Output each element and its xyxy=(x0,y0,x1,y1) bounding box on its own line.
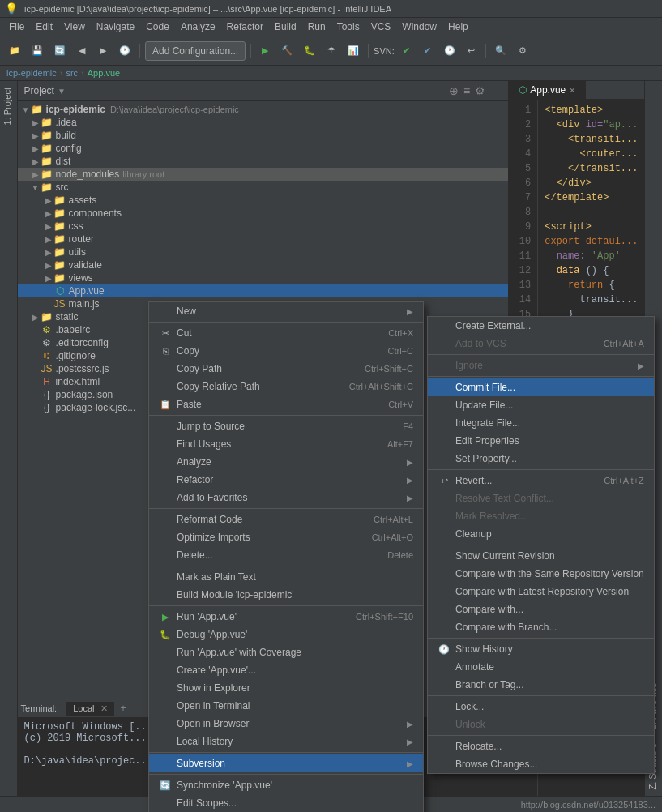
terminal-add-button[interactable]: + xyxy=(117,701,130,716)
terminal-tab-close[interactable]: ✕ xyxy=(100,703,108,713)
ctx-item-cut[interactable]: ✂ Cut Ctrl+X xyxy=(149,324,423,342)
tree-item-dist[interactable]: ▶ 📁 dist xyxy=(18,155,509,168)
svn-cleanup[interactable]: Cleanup xyxy=(428,525,654,543)
tree-item-src[interactable]: ▼ 📁 src xyxy=(18,181,509,194)
ctx-item-paste[interactable]: 📋 Paste Ctrl+V xyxy=(149,395,423,413)
svn-revert[interactable]: ↩Revert... Ctrl+Alt+Z xyxy=(428,472,654,489)
coverage-button[interactable]: ☂ xyxy=(322,42,340,60)
menu-refactor[interactable]: Refactor xyxy=(221,19,269,35)
project-settings-icon[interactable]: ⚙ xyxy=(475,84,485,97)
ctx-item-create[interactable]: Create 'App.vue'... xyxy=(149,661,423,679)
project-add-icon[interactable]: ⊕ xyxy=(449,84,459,97)
tree-item-idea[interactable]: ▶ 📁 .idea xyxy=(18,116,509,129)
tree-item-views[interactable]: ▶ 📁 views xyxy=(18,271,509,284)
svn-revert-button[interactable]: ↩ xyxy=(463,42,480,60)
menu-tools[interactable]: Tools xyxy=(331,19,365,35)
menu-help[interactable]: Help xyxy=(442,19,474,35)
svn-compare-latest[interactable]: Compare with Latest Repository Version xyxy=(428,583,654,600)
tree-item-config[interactable]: ▶ 📁 config xyxy=(18,142,509,155)
svn-relocate[interactable]: Relocate... xyxy=(428,737,654,755)
project-filter-icon[interactable]: ≡ xyxy=(463,84,470,97)
tree-item-utils[interactable]: ▶ 📁 utils xyxy=(18,246,509,259)
svn-history-button[interactable]: 🕐 xyxy=(440,42,459,60)
ctx-item-edit-scopes[interactable]: Edit Scopes... xyxy=(149,794,423,812)
svn-branch-tag[interactable]: Branch or Tag... xyxy=(428,676,654,694)
profile-button[interactable]: 📊 xyxy=(344,42,363,60)
terminal-tab-local[interactable]: Local ✕ xyxy=(66,702,113,716)
ctx-item-open-terminal[interactable]: Open in Terminal xyxy=(149,697,423,715)
debug-button[interactable]: 🐛 xyxy=(300,42,319,60)
ctx-item-optimize-imports[interactable]: Optimize Imports Ctrl+Alt+O xyxy=(149,528,423,546)
tree-item-app-vue[interactable]: ▶ ⬡ App.vue xyxy=(18,284,509,297)
search-everywhere-button[interactable]: 🔍 xyxy=(491,42,510,60)
ctx-item-jump-to-source[interactable]: Jump to Source F4 xyxy=(149,417,423,435)
svn-show-current-revision[interactable]: Show Current Revision xyxy=(428,547,654,565)
tree-item-css[interactable]: ▶ 📁 css xyxy=(18,220,509,233)
build-button[interactable]: 🔨 xyxy=(277,42,297,60)
svn-edit-properties[interactable]: Edit Properties xyxy=(428,432,654,450)
svn-lock[interactable]: Lock... xyxy=(428,698,654,716)
editor-tab-close[interactable]: ✕ xyxy=(569,86,575,95)
ctx-item-copy-rel-path[interactable]: Copy Relative Path Ctrl+Alt+Shift+C xyxy=(149,378,423,395)
menu-edit[interactable]: Edit xyxy=(30,19,58,35)
svn-set-property[interactable]: Set Property... xyxy=(428,450,654,468)
forward-button[interactable]: ▶ xyxy=(94,42,112,60)
ctx-item-show-explorer[interactable]: Show in Explorer xyxy=(149,679,423,697)
project-minimize-icon[interactable]: — xyxy=(490,84,502,97)
settings-button[interactable]: ⚙ xyxy=(514,42,532,60)
svn-integrate-file[interactable]: Integrate File... xyxy=(428,414,654,432)
menu-window[interactable]: Window xyxy=(396,19,442,35)
ctx-item-find-usages[interactable]: Find Usages Alt+F7 xyxy=(149,435,423,453)
svn-compare-with[interactable]: Compare with... xyxy=(428,600,654,618)
menu-view[interactable]: View xyxy=(58,19,91,35)
svn-check-button[interactable]: ✔ xyxy=(398,42,416,60)
tree-item-router[interactable]: ▶ 📁 router xyxy=(18,233,509,246)
ctx-item-mark-plain[interactable]: Mark as Plain Text xyxy=(149,568,423,586)
editor-tab-app-vue[interactable]: ⬡ App.vue ✕ xyxy=(509,81,586,99)
menu-vcs[interactable]: VCS xyxy=(365,19,397,35)
svn-show-history[interactable]: 🕐Show History xyxy=(428,640,654,658)
svn-browse-changes[interactable]: Browse Changes... xyxy=(428,755,654,773)
sync-button[interactable]: 🔄 xyxy=(50,42,70,60)
svn-create-external[interactable]: Create External... xyxy=(428,317,654,335)
breadcrumb-src[interactable]: src xyxy=(66,68,78,78)
ctx-item-analyze[interactable]: Analyze ▶ xyxy=(149,453,423,471)
tree-item-node-modules[interactable]: ▶ 📁 node_modules library root xyxy=(18,168,509,181)
svn-annotate[interactable]: Annotate xyxy=(428,658,654,676)
ctx-item-build-module[interactable]: Build Module 'icp-epidemic' xyxy=(149,586,423,604)
tree-item-assets[interactable]: ▶ 📁 assets xyxy=(18,194,509,207)
ctx-item-copy[interactable]: ⎘ Copy Ctrl+C xyxy=(149,342,423,360)
svn-update-file[interactable]: Update File... xyxy=(428,396,654,414)
ctx-item-add-favorites[interactable]: Add to Favorites ▶ xyxy=(149,489,423,506)
ctx-item-open-browser[interactable]: Open in Browser ▶ xyxy=(149,715,423,733)
ctx-item-reformat[interactable]: Reformat Code Ctrl+Alt+L xyxy=(149,511,423,528)
ctx-item-run-coverage[interactable]: Run 'App.vue' with Coverage xyxy=(149,643,423,661)
breadcrumb-root[interactable]: icp-epidemic xyxy=(6,68,57,78)
run-button[interactable]: ▶ xyxy=(256,42,274,60)
ctx-item-subversion[interactable]: Subversion ▶ xyxy=(149,754,423,772)
ctx-item-debug[interactable]: 🐛 Debug 'App.vue' xyxy=(149,626,423,643)
ctx-item-new[interactable]: New ▶ xyxy=(149,302,423,320)
ctx-item-sync[interactable]: 🔄 Synchronize 'App.vue' xyxy=(149,776,423,794)
menu-navigate[interactable]: Navigate xyxy=(91,19,140,35)
menu-run[interactable]: Run xyxy=(302,19,331,35)
save-button[interactable]: 💾 xyxy=(28,42,47,60)
breadcrumb-file[interactable]: App.vue xyxy=(88,68,120,78)
svn-compare-same-repo[interactable]: Compare with the Same Repository Version xyxy=(428,565,654,583)
recent-button[interactable]: 🕐 xyxy=(115,42,135,60)
ctx-item-copy-path[interactable]: Copy Path Ctrl+Shift+C xyxy=(149,360,423,378)
tree-item-root[interactable]: ▼ 📁 icp-epidemic D:\java\idea\project\ic… xyxy=(18,103,509,116)
add-configuration-button[interactable]: Add Configuration... xyxy=(145,41,246,61)
ctx-item-local-history[interactable]: Local History ▶ xyxy=(149,733,423,750)
new-project-button[interactable]: 📁 xyxy=(5,42,24,60)
svn-update-button[interactable]: ✔ xyxy=(419,42,437,60)
menu-code[interactable]: Code xyxy=(140,19,175,35)
menu-analyze[interactable]: Analyze xyxy=(175,19,221,35)
svn-commit-file[interactable]: Commit File... xyxy=(428,378,654,396)
ctx-item-run[interactable]: ▶ Run 'App.vue' Ctrl+Shift+F10 xyxy=(149,608,423,626)
svn-compare-branch[interactable]: Compare with Branch... xyxy=(428,618,654,636)
sidebar-tab-project[interactable]: 1: Project xyxy=(0,81,17,131)
ctx-item-delete[interactable]: Delete... Delete xyxy=(149,546,423,564)
tree-item-components[interactable]: ▶ 📁 components xyxy=(18,207,509,220)
tree-item-build[interactable]: ▶ 📁 build xyxy=(18,129,509,142)
